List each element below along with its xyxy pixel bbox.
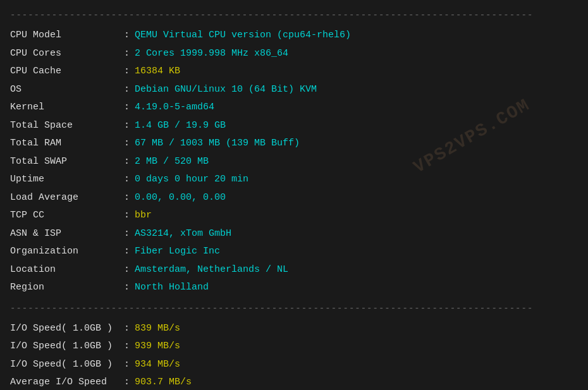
separator: : (124, 137, 130, 151)
system-value: North Holland (135, 281, 209, 295)
system-info-row: Uptime : 0 days 0 hour 20 min (10, 171, 578, 189)
separator: : (124, 209, 130, 223)
separator: : (124, 375, 130, 390)
io-speed-section: I/O Speed( 1.0GB ) : 839 MB/sI/O Speed( … (10, 317, 578, 391)
system-info-row: CPU Cache : 16384 KB (10, 63, 578, 81)
system-value: Debian GNU/Linux 10 (64 Bit) KVM (135, 83, 317, 97)
system-label: TCP CC (10, 209, 124, 223)
io-label: Average I/O Speed (10, 375, 124, 390)
separator: : (124, 339, 130, 354)
system-info-row: Total SWAP : 2 MB / 520 MB (10, 153, 578, 171)
separator: : (124, 322, 130, 336)
system-info-row: Organization : Fiber Logic Inc (10, 243, 578, 261)
system-value: 0 days 0 hour 20 min (135, 173, 248, 187)
system-value: 16384 KB (135, 64, 180, 79)
separator: : (124, 358, 130, 372)
system-label: CPU Cores (10, 47, 124, 61)
system-label: ASN & ISP (10, 227, 124, 241)
io-speed-row: I/O Speed( 1.0GB ) : 934 MB/s (10, 356, 578, 374)
system-label: Location (10, 263, 124, 277)
separator: : (124, 101, 130, 115)
system-info-row: Load Average : 0.00, 0.00, 0.00 (10, 189, 578, 207)
system-label: Organization (10, 245, 124, 259)
separator: : (124, 281, 130, 295)
io-value: 903.7 MB/s (135, 375, 192, 390)
system-value: Fiber Logic Inc (135, 245, 220, 259)
separator: : (124, 28, 130, 43)
system-label: OS (10, 83, 124, 97)
io-value: 934 MB/s (135, 358, 180, 372)
io-speed-row: I/O Speed( 1.0GB ) : 939 MB/s (10, 338, 578, 356)
io-label: I/O Speed( 1.0GB ) (10, 358, 124, 372)
system-value: 2 Cores 1999.998 MHz x86_64 (135, 47, 288, 61)
system-label: Load Average (10, 191, 124, 205)
system-label: Kernel (10, 101, 124, 115)
system-value: AS3214, xTom GmbH (135, 227, 231, 241)
separator: : (124, 83, 130, 97)
separator: : (124, 64, 130, 79)
system-value: Amsterdam, Netherlands / NL (135, 263, 288, 277)
system-value: bbr (135, 209, 152, 223)
system-info-row: ASN & ISP : AS3214, xTom GmbH (10, 225, 578, 243)
system-value: 0.00, 0.00, 0.00 (135, 191, 226, 205)
io-label: I/O Speed( 1.0GB ) (10, 322, 124, 336)
system-info-row: Location : Amsterdam, Netherlands / NL (10, 261, 578, 279)
system-label: Total Space (10, 119, 124, 133)
separator: : (124, 173, 130, 187)
system-info-row: Total RAM : 67 MB / 1003 MB (139 MB Buff… (10, 135, 578, 153)
system-value: 67 MB / 1003 MB (139 MB Buff) (135, 137, 300, 151)
io-value: 939 MB/s (135, 339, 180, 354)
system-info-row: Kernel : 4.19.0-5-amd64 (10, 99, 578, 117)
system-info-row: OS : Debian GNU/Linux 10 (64 Bit) KVM (10, 81, 578, 99)
system-label: CPU Model (10, 28, 124, 43)
io-label: I/O Speed( 1.0GB ) (10, 339, 124, 354)
system-info-row: CPU Model : QEMU Virtual CPU version (cp… (10, 27, 578, 45)
separator: : (124, 245, 130, 259)
system-label: Total SWAP (10, 155, 124, 169)
system-label: CPU Cache (10, 64, 124, 79)
separator: : (124, 155, 130, 169)
system-info-row: CPU Cores : 2 Cores 1999.998 MHz x86_64 (10, 45, 578, 63)
top-divider: ----------------------------------------… (10, 6, 578, 24)
io-speed-row: I/O Speed( 1.0GB ) : 839 MB/s (10, 320, 578, 338)
system-value: 1.4 GB / 19.9 GB (135, 119, 226, 133)
system-info-row: Total Space : 1.4 GB / 19.9 GB (10, 117, 578, 135)
separator: : (124, 227, 130, 241)
separator: : (124, 119, 130, 133)
system-label: Uptime (10, 173, 124, 187)
io-speed-row: Average I/O Speed : 903.7 MB/s (10, 374, 578, 390)
separator: : (124, 191, 130, 205)
system-value: 2 MB / 520 MB (135, 155, 209, 169)
io-value: 839 MB/s (135, 322, 180, 336)
system-label: Total RAM (10, 137, 124, 151)
system-label: Region (10, 281, 124, 295)
system-info-row: TCP CC : bbr (10, 207, 578, 225)
system-info-row: Region : North Holland (10, 279, 578, 297)
system-value: QEMU Virtual CPU version (cpu64-rhel6) (135, 28, 351, 43)
separator: : (124, 263, 130, 277)
separator: : (124, 47, 130, 61)
system-value: 4.19.0-5-amd64 (135, 101, 214, 115)
system-info-section: CPU Model : QEMU Virtual CPU version (cp… (10, 24, 578, 300)
middle-divider: ----------------------------------------… (10, 300, 578, 317)
